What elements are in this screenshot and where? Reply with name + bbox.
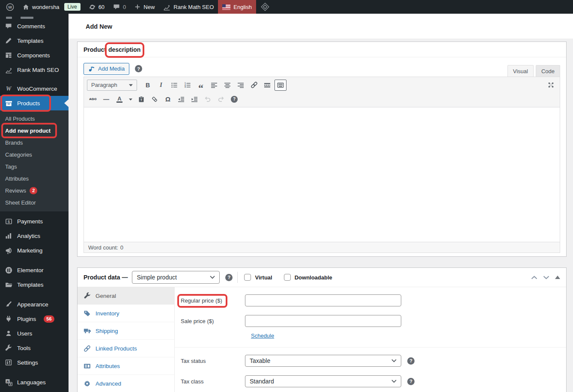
virtual-checkbox-group[interactable]: Virtual: [244, 274, 272, 281]
language-switcher-menu[interactable]: English: [218, 0, 256, 14]
sidebar-item-comments[interactable]: Comments: [0, 19, 69, 33]
sidebar-item-elementor[interactable]: Elementor: [0, 263, 69, 277]
sidebar-item-templates[interactable]: Templates: [0, 33, 69, 48]
move-up-button[interactable]: [531, 276, 537, 279]
product-data-tab-label: Linked Products: [96, 345, 137, 352]
sidebar-subitem-attributes[interactable]: Attributes: [0, 172, 69, 184]
sidebar-item-marketing[interactable]: Marketing: [0, 243, 69, 258]
redo-button[interactable]: [215, 94, 227, 105]
product-data-tab-label: Advanced: [96, 380, 121, 387]
plugin-icon: [4, 315, 13, 323]
sidebar-subitem-all-products[interactable]: All Products: [0, 113, 69, 125]
editor-toolbars: Paragraph BI123“ ABC—ATΩ?: [84, 77, 560, 107]
sidebar-item-tools[interactable]: Tools: [0, 341, 69, 355]
downloadable-checkbox-group[interactable]: Downloadable: [284, 274, 332, 281]
sidebar-item-woocommerce[interactable]: WWooCommerce: [0, 81, 69, 96]
schedule-link[interactable]: Schedule: [251, 333, 274, 339]
description-help-icon[interactable]: ?: [135, 65, 142, 72]
sidebar-item-components[interactable]: Components: [0, 48, 69, 62]
sidebar-item-label: Products: [17, 100, 40, 107]
tax-status-help-icon[interactable]: ?: [407, 357, 415, 365]
sidebar-item-templates-theme[interactable]: Templates: [0, 277, 69, 292]
site-name-menu[interactable]: wondersha Live: [18, 0, 85, 14]
product-data-tab-advanced[interactable]: Advanced: [78, 375, 174, 392]
keyboard-help-button[interactable]: ?: [228, 94, 240, 105]
tab-code[interactable]: Code: [536, 65, 560, 77]
product-description-panel: Product description Add Media ? Visual C…: [77, 42, 567, 257]
count-badge: 2: [30, 187, 37, 194]
add-media-button[interactable]: Add Media: [84, 63, 129, 75]
tab-visual[interactable]: Visual: [507, 65, 534, 77]
bulleted-list-button[interactable]: [168, 80, 180, 91]
site-name: wondersha: [32, 4, 60, 10]
sidebar-item-plugins[interactable]: Plugins56: [0, 312, 69, 326]
product-data-tab-attributes[interactable]: Attributes: [78, 357, 174, 375]
indent-button[interactable]: [188, 94, 200, 105]
sidebar-item-users[interactable]: Users: [0, 326, 69, 341]
color-caret-button[interactable]: [127, 94, 134, 105]
product-data-tab-general[interactable]: General: [78, 287, 174, 305]
rank-math-menu[interactable]: Rank Math SEO: [159, 0, 218, 14]
sidebar-item-rank-math-seo[interactable]: Rank Math SEO: [0, 62, 69, 77]
tax-class-help-icon[interactable]: ?: [407, 378, 415, 385]
gem-plugin-menu[interactable]: [256, 0, 274, 14]
updates-menu[interactable]: 60: [85, 0, 109, 14]
paragraph-format-dropdown[interactable]: Paragraph: [87, 80, 137, 91]
sidebar-item-label: Settings: [17, 359, 38, 366]
sidebar-item-languages[interactable]: ALanguages: [0, 375, 69, 389]
align-center-button[interactable]: [221, 80, 233, 91]
tax-class-select[interactable]: Standard: [245, 375, 401, 387]
numbered-list-button[interactable]: 123: [182, 80, 194, 91]
align-right-button[interactable]: [235, 80, 247, 91]
outdent-button[interactable]: [175, 94, 187, 105]
sidebar-item-products[interactable]: Products: [0, 96, 69, 110]
sidebar-item-settings[interactable]: Settings: [0, 355, 69, 370]
undo-button[interactable]: [202, 94, 214, 105]
sidebar-item-appearance[interactable]: Appearance: [0, 297, 69, 312]
sidebar-item-analytics[interactable]: Analytics: [0, 229, 69, 243]
clear-formatting-button[interactable]: [149, 94, 161, 105]
editor-content-area[interactable]: [84, 107, 560, 242]
move-down-button[interactable]: [543, 276, 549, 279]
toolbar-toggle-button[interactable]: [275, 80, 286, 91]
sidebar-item-payments[interactable]: $Payments: [0, 214, 69, 229]
sidebar-subitem-sheet-editor[interactable]: Sheet Editor: [0, 196, 69, 208]
align-left-button[interactable]: [208, 80, 220, 91]
link-button[interactable]: [248, 80, 260, 91]
fullscreen-button[interactable]: [545, 80, 557, 91]
read-more-button[interactable]: [261, 80, 273, 91]
product-data-tab-label: Shipping: [96, 328, 118, 334]
product-data-tab-inventory[interactable]: Inventory: [78, 305, 174, 322]
bold-button[interactable]: B: [142, 80, 154, 91]
product-description-header: Product description: [78, 42, 566, 57]
strikethrough-button[interactable]: ABC: [87, 94, 99, 105]
wordpress-logo-menu[interactable]: W: [0, 0, 18, 14]
sidebar-item-label: Components: [17, 52, 50, 59]
product-type-select[interactable]: Simple product: [132, 271, 220, 284]
sidebar-subitem-tags[interactable]: Tags: [0, 160, 69, 172]
product-data-tab-shipping[interactable]: Shipping: [78, 322, 174, 340]
comments-menu[interactable]: 0: [109, 0, 130, 14]
sidebar-item-label: Tools: [17, 345, 31, 351]
tax-status-select[interactable]: Taxable: [245, 355, 401, 367]
sidebar-subitem-reviews[interactable]: Reviews2: [0, 184, 69, 196]
horizontal-rule-button[interactable]: —: [100, 94, 112, 105]
special-character-button[interactable]: Ω: [162, 94, 174, 105]
new-content-menu[interactable]: New: [130, 0, 159, 14]
sale-price-input[interactable]: [245, 315, 401, 327]
sidebar-subitem-brands[interactable]: Brands: [0, 137, 69, 148]
product-description-title-word1: Product: [84, 46, 106, 53]
virtual-checkbox[interactable]: [244, 274, 251, 281]
product-type-help-icon[interactable]: ?: [225, 274, 233, 281]
sidebar-subitem-categories[interactable]: Categories: [0, 148, 69, 160]
text-color-button[interactable]: A: [113, 94, 125, 105]
paste-as-text-button[interactable]: T: [135, 94, 147, 105]
italic-button[interactable]: I: [155, 80, 167, 91]
product-data-tab-linked-products[interactable]: Linked Products: [78, 340, 174, 357]
comments-count: 0: [123, 4, 126, 10]
regular-price-input[interactable]: [245, 294, 401, 306]
sidebar-subitem-add-new-product[interactable]: Add new product: [0, 125, 69, 137]
blockquote-button[interactable]: “: [195, 80, 207, 91]
downloadable-checkbox[interactable]: [284, 274, 291, 281]
collapse-toggle-button[interactable]: [555, 276, 560, 279]
